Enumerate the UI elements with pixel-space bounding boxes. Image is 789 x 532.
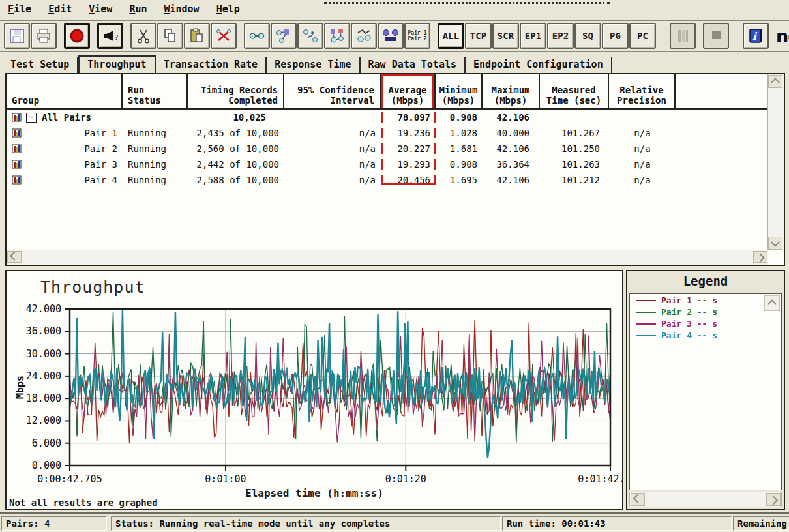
legend-item-pair-2[interactable]: Pair 2 -- s — [630, 306, 781, 318]
confidence: n/a — [284, 175, 381, 185]
table-horizontal-scrollbar[interactable] — [7, 250, 768, 265]
menu-view[interactable]: View — [89, 3, 112, 15]
collapse-icon[interactable] — [26, 113, 37, 123]
paste-button[interactable] — [184, 23, 210, 49]
add-group-button[interactable] — [271, 23, 297, 49]
svg-text:0.000: 0.000 — [32, 460, 61, 471]
col-confidence: 95% Confidence Interval — [284, 74, 381, 108]
copy-icon — [162, 27, 179, 44]
tab-throughput[interactable]: Throughput — [78, 55, 155, 74]
group-label: Pair 3 — [84, 159, 117, 170]
scroll-down-button[interactable] — [768, 237, 782, 250]
legend-item-pair-4[interactable]: Pair 4 -- s — [630, 329, 781, 341]
legend-scroll-right-button[interactable] — [766, 493, 781, 506]
stop-square-icon — [707, 27, 724, 44]
minimum: 1.681 — [436, 143, 483, 154]
tab-transaction-rate[interactable]: Transaction Rate — [156, 57, 267, 73]
print-button[interactable] — [31, 23, 57, 49]
legend-item-pair-3[interactable]: Pair 3 -- s — [630, 318, 781, 329]
swap-endpoints-button[interactable] — [297, 23, 323, 49]
legend-item-pair-1[interactable]: Pair 1 -- s — [630, 294, 781, 306]
legend-scroll-left-button[interactable] — [631, 493, 645, 506]
cut-button[interactable] — [130, 23, 156, 49]
chevron-right-icon — [769, 495, 778, 505]
table-row-pair-1[interactable]: Pair 1 Running 2,435 of 10,000 n/a 19.23… — [7, 125, 768, 141]
view-tcp-button[interactable]: TCP — [465, 23, 492, 49]
scroll-up-button[interactable] — [768, 75, 782, 88]
run-status: Running — [123, 143, 188, 154]
table-row-pair-3[interactable]: Pair 3 Running 2,442 of 10,000 n/a 19.29… — [7, 156, 768, 172]
maximum: 42.106 — [483, 143, 540, 154]
copy-button[interactable] — [157, 23, 183, 49]
run-time-status: Run time: 00:01:43 — [502, 516, 732, 531]
scroll-right-button[interactable] — [753, 251, 767, 263]
scroll-left-button[interactable] — [7, 251, 22, 263]
view-ep1-button[interactable]: EP1 — [520, 23, 546, 49]
announce-button[interactable]: ? — [97, 23, 123, 49]
dotted-divider — [324, 2, 610, 4]
svg-text:24.000: 24.000 — [26, 370, 61, 382]
run-status: Running — [123, 159, 188, 170]
average: 20.227 — [381, 143, 436, 154]
view-ep2-button[interactable]: EP2 — [547, 23, 574, 49]
view-pg-button[interactable]: PG — [602, 23, 629, 49]
svg-text:18.000: 18.000 — [26, 392, 61, 404]
confidence: n/a — [284, 159, 381, 170]
view-scr-button[interactable]: SCR — [492, 23, 519, 49]
record-button[interactable] — [64, 23, 90, 49]
table-row-all-pairs[interactable]: All Pairs 10,025 78.097 0.908 42.106 — [7, 110, 768, 125]
legend-label: Pair 1 -- s — [661, 295, 717, 305]
legend-title: Legend — [627, 271, 784, 290]
timing-records: 10,025 — [188, 112, 284, 123]
table-row-pair-2[interactable]: Pair 2 Running 2,560 of 10,000 n/a 20.22… — [7, 141, 768, 156]
svg-text:36.000: 36.000 — [26, 325, 61, 337]
endpoint-pair-button[interactable] — [378, 23, 404, 49]
menu-file[interactable]: File — [8, 3, 31, 15]
pair-pages-button[interactable]: Pair 1 Pair 2 — [404, 23, 430, 49]
legend-scroll-up-button[interactable] — [764, 295, 780, 311]
pair-chart-icon — [12, 128, 22, 138]
network-map-button[interactable] — [324, 23, 350, 49]
svg-text:0:01:00: 0:01:00 — [205, 473, 246, 485]
chevron-left-icon — [10, 252, 19, 261]
visual-designer-button[interactable] — [351, 23, 377, 49]
throughput-chart-panel: Throughput 0.0006.00012.00018.00024.0003… — [5, 270, 623, 510]
table-row-pair-4[interactable]: Pair 4 Running 2,588 of 10,000 n/a 20.45… — [7, 172, 768, 188]
save-button[interactable] — [4, 23, 30, 49]
add-pair-button[interactable] — [244, 23, 270, 49]
delete-pair-button[interactable] — [211, 23, 237, 49]
minimum: 1.028 — [436, 128, 483, 138]
tab-raw-data-totals[interactable]: Raw Data Totals — [361, 57, 466, 73]
minimum: 0.908 — [436, 159, 483, 170]
legend-list: Pair 1 -- s Pair 2 -- s Pair 3 -- s Pair… — [629, 293, 782, 490]
table-vertical-scrollbar[interactable] — [767, 74, 784, 250]
timing-records: 2,442 of 10,000 — [188, 159, 284, 170]
results-table: Group Run Status Timing Records Complete… — [7, 74, 768, 250]
view-sq-button[interactable]: SQ — [574, 23, 601, 49]
maximum: 42.106 — [483, 112, 540, 123]
run-status: Running — [123, 128, 188, 138]
menu-run[interactable]: Run — [129, 3, 147, 15]
tab-endpoint-configuration[interactable]: Endpoint Configuration — [466, 57, 612, 73]
menu-help[interactable]: Help — [216, 3, 240, 15]
tab-response-time[interactable]: Response Time — [267, 57, 360, 73]
group-label: Pair 2 — [84, 143, 117, 154]
menu-window[interactable]: Window — [164, 3, 199, 15]
view-pc-button[interactable]: PC — [629, 23, 656, 49]
help-info-button[interactable]: i — [743, 23, 769, 49]
pair-link-icon — [248, 27, 265, 44]
legend-swatch — [636, 300, 656, 301]
remaining-time-status: Remaining (est): 00:04:54 — [733, 516, 789, 531]
legend-horizontal-scrollbar[interactable] — [629, 492, 782, 507]
tab-test-setup[interactable]: Test Setup — [3, 57, 78, 73]
measured-time: 101.250 — [540, 143, 609, 154]
pairs-count-status: Pairs: 4 — [1, 516, 107, 531]
menu-edit[interactable]: Edit — [48, 3, 72, 15]
columns-icon — [674, 27, 691, 44]
view-all-button[interactable]: ALL — [438, 23, 464, 49]
pair-chart-icon — [12, 159, 22, 170]
legend-swatch — [636, 335, 656, 336]
group-label: All Pairs — [42, 112, 91, 123]
megaphone-icon: ? — [102, 27, 119, 44]
svg-text:42.000: 42.000 — [26, 303, 61, 315]
